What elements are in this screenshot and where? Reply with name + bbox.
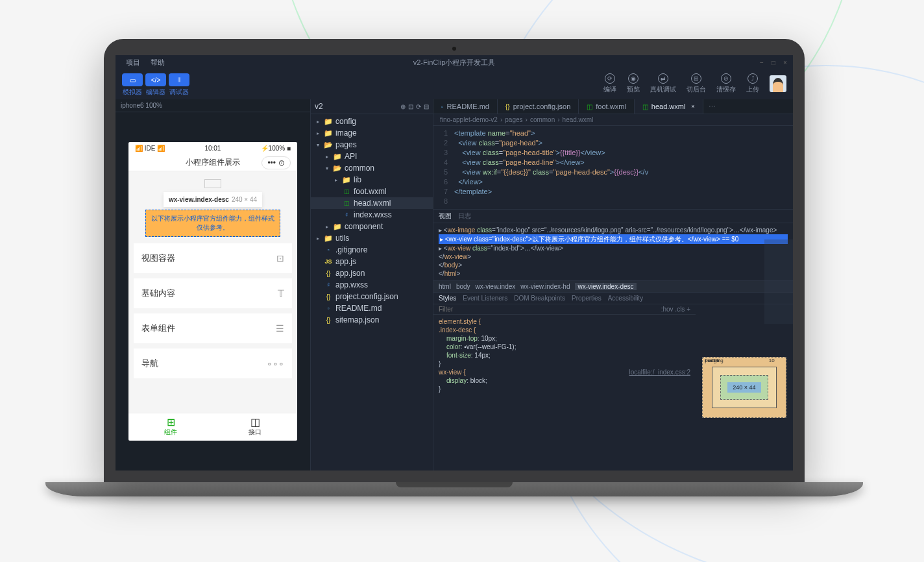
phone-page-title: 小程序组件展示 (186, 157, 240, 168)
file-tree-item[interactable]: ▸📁lib (311, 174, 433, 186)
devtools-tab[interactable]: 日志 (458, 212, 471, 221)
project-root-name[interactable]: v2 (315, 102, 323, 111)
styles-subtab[interactable]: Accessibility (608, 295, 643, 302)
box-model: margin 10 border padding 240 × 44 (696, 304, 793, 470)
simulator-device-info[interactable]: iphone6 100% (116, 99, 310, 112)
styles-subtab[interactable]: Event Listeners (463, 295, 507, 302)
toolbar-mode-label: 调试器 (169, 88, 189, 97)
phone-list-item[interactable]: 基础内容𝕋 (134, 278, 292, 308)
toolbar-editor-button[interactable]: </> (145, 73, 166, 86)
file-tree-item[interactable]: ▾📂common (311, 162, 433, 174)
file-tree-item[interactable]: ◫head.wxml (311, 197, 433, 209)
phone-logo-icon (204, 179, 221, 188)
new-folder-icon[interactable]: ⊡ (408, 103, 413, 110)
styles-filter-input[interactable] (439, 306, 661, 313)
file-tree-item[interactable]: ◫foot.wxml (311, 186, 433, 197)
editor-tab[interactable]: ◫head.wxml× (635, 99, 703, 114)
menubar: 项目帮助 v2-FinClip小程序开发工具 −□× (116, 55, 793, 69)
laptop-frame: 项目帮助 v2-FinClip小程序开发工具 −□× ▭ </> ⫴ 模拟器编辑… (104, 39, 805, 496)
styles-subtab[interactable]: Styles (439, 295, 456, 302)
file-tree-item[interactable]: ▸📁component (311, 221, 433, 232)
phone-list-item[interactable]: 导航∘∘∘ (134, 348, 292, 378)
file-tree-item[interactable]: JSapp.js (311, 256, 433, 267)
toolbar-mode-label: 编辑器 (145, 88, 166, 97)
editor-tab[interactable]: {}project.config.json (498, 99, 579, 114)
minimize-icon: − (758, 59, 766, 66)
editor-tabs: ▫README.md{}project.config.json◫foot.wxm… (433, 99, 793, 114)
toolbar: ▭ </> ⫴ 模拟器编辑器调试器 ⟳编译◉预览⇄真机调试⊞切后台⊘清缓存⤴上传 (116, 69, 793, 99)
toolbar-mode-label: 模拟器 (122, 88, 143, 97)
file-tree-item[interactable]: ▸📁utils (311, 232, 433, 244)
styles-subtab[interactable]: Properties (572, 295, 602, 302)
dom-breadcrumb[interactable]: htmlbodywx-view.indexwx-view.index-hdwx-… (433, 280, 793, 293)
file-tree-item[interactable]: ▸📁config (311, 116, 433, 127)
file-tree-item[interactable]: ♯app.wxss (311, 279, 433, 291)
editor-panel: ▫README.md{}project.config.json◫foot.wxm… (433, 99, 793, 470)
window-title: v2-FinClip小程序开发工具 (413, 58, 496, 67)
file-tree-item[interactable]: ▫.gitignore (311, 244, 433, 256)
toolbar-action-button[interactable]: ⟳编译 (603, 73, 616, 94)
editor-tab[interactable]: ▫README.md (433, 99, 498, 114)
toolbar-action-button[interactable]: ⤴上传 (746, 73, 759, 94)
close-icon: × (781, 59, 789, 66)
file-tree-item[interactable]: {}app.json (311, 267, 433, 279)
toolbar-action-button[interactable]: ⊞切后台 (687, 73, 706, 94)
code-editor[interactable]: 1<template name="head">2 <view class="pa… (433, 126, 793, 209)
menu-item[interactable]: 帮助 (145, 58, 170, 67)
toolbar-action-button[interactable]: ◉预览 (627, 73, 640, 94)
highlighted-element[interactable]: 以下将展示小程序官方组件能力，组件样式仅供参考。 (145, 210, 280, 237)
breadcrumbs[interactable]: fino-applet-demo-v2›pages›common›head.wx… (433, 114, 793, 126)
new-file-icon[interactable]: ⊕ (400, 103, 406, 110)
file-tree-item[interactable]: ♯index.wxss (311, 209, 433, 221)
toolbar-simulator-button[interactable]: ▭ (122, 73, 143, 86)
dom-crumb-item[interactable]: html (439, 283, 451, 290)
phone-battery: ⚡100% ■ (261, 145, 291, 152)
dom-crumb-item[interactable]: wx-view.index-desc (575, 283, 636, 290)
collapse-icon[interactable]: ⊟ (424, 103, 429, 110)
phone-tab[interactable]: ⊞组件 (128, 413, 213, 441)
phone-carrier: 📶 IDE 📶 (135, 145, 165, 152)
dom-crumb-item[interactable]: wx-view.index-hd (520, 283, 570, 290)
phone-mock: 📶 IDE 📶 10:01 ⚡100% ■ 小程序组件展示 •••⊙ (128, 142, 297, 441)
minimap[interactable] (764, 239, 793, 324)
phone-capsule-button[interactable]: •••⊙ (261, 156, 291, 169)
phone-list-item[interactable]: 表单组件☰ (134, 313, 292, 343)
file-tree-item[interactable]: ▾📂pages (311, 139, 433, 151)
file-tree-item[interactable]: ▫README.md (311, 302, 433, 314)
toolbar-action-button[interactable]: ⇄真机调试 (650, 73, 676, 94)
file-tree-item[interactable]: ▸📁image (311, 127, 433, 139)
css-rules[interactable]: element.style {.index-desc {</span>margi… (433, 315, 696, 396)
phone-time: 10:01 (204, 145, 221, 152)
refresh-icon[interactable]: ⟳ (416, 103, 421, 110)
maximize-icon: □ (770, 59, 777, 66)
simulator-panel: iphone6 100% 📶 IDE 📶 10:01 ⚡100% ■ 小程序组件… (116, 99, 310, 470)
phone-list-item[interactable]: 视图容器⊡ (134, 243, 292, 273)
devtools-panel: 视图日志 ▸ <wx-image class="index-logo" src=… (433, 209, 793, 470)
phone-tab[interactable]: ◫接口 (213, 413, 297, 441)
styles-tools[interactable]: :hov .cls + (661, 306, 690, 313)
menu-item[interactable]: 项目 (121, 58, 145, 67)
file-explorer: v2 ⊕ ⊡ ⟳ ⊟ ▸📁config▸📁image▾📂pages▸📁API▾📂… (310, 99, 433, 470)
file-tree-item[interactable]: ▸📁API (311, 151, 433, 162)
avatar[interactable] (770, 75, 786, 92)
styles-subtab[interactable]: DOM Breakpoints (514, 295, 565, 302)
tabs-more-button[interactable]: ⋯ (703, 103, 721, 111)
app-screen: 项目帮助 v2-FinClip小程序开发工具 −□× ▭ </> ⫴ 模拟器编辑… (116, 55, 793, 470)
dom-crumb-item[interactable]: body (456, 283, 470, 290)
file-tree-item[interactable]: {}project.config.json (311, 291, 433, 302)
file-tree-item[interactable]: {}sitemap.json (311, 314, 433, 326)
editor-tab[interactable]: ◫foot.wxml (579, 99, 634, 114)
toolbar-debugger-button[interactable]: ⫴ (169, 73, 189, 86)
dom-crumb-item[interactable]: wx-view.index (476, 283, 516, 290)
devtools-tab[interactable]: 视图 (439, 212, 452, 221)
inspect-tooltip: wx-view.index-desc240 × 44 (164, 192, 262, 207)
window-controls[interactable]: −□× (758, 59, 789, 66)
dom-tree[interactable]: ▸ <wx-image class="index-logo" src="../r… (433, 223, 793, 280)
toolbar-action-button[interactable]: ⊘清缓存 (716, 73, 736, 94)
